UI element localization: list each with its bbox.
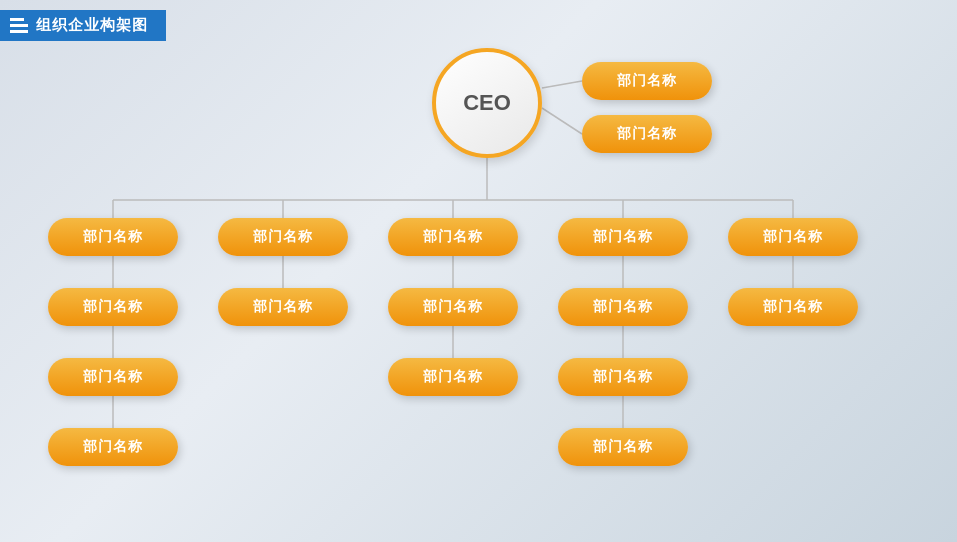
pill-r2-5-label: 部门名称 bbox=[763, 298, 823, 316]
pill-r2-3[interactable]: 部门名称 bbox=[388, 288, 518, 326]
pill-r3-1[interactable]: 部门名称 bbox=[48, 358, 178, 396]
pill-r1-5-label: 部门名称 bbox=[763, 228, 823, 246]
pill-r2-1[interactable]: 部门名称 bbox=[48, 288, 178, 326]
pill-r2-2[interactable]: 部门名称 bbox=[218, 288, 348, 326]
ceo-node: CEO bbox=[432, 48, 542, 158]
pill-r1-3[interactable]: 部门名称 bbox=[388, 218, 518, 256]
pill-r3-3-label: 部门名称 bbox=[423, 368, 483, 386]
pill-right-top-label: 部门名称 bbox=[617, 72, 677, 90]
pill-r1-2-label: 部门名称 bbox=[253, 228, 313, 246]
pill-r3-1-label: 部门名称 bbox=[83, 368, 143, 386]
pill-right-bottom[interactable]: 部门名称 bbox=[582, 115, 712, 153]
pill-r1-4[interactable]: 部门名称 bbox=[558, 218, 688, 256]
pill-r3-4[interactable]: 部门名称 bbox=[558, 358, 688, 396]
pill-r1-1[interactable]: 部门名称 bbox=[48, 218, 178, 256]
ceo-label: CEO bbox=[463, 90, 511, 116]
pill-r1-3-label: 部门名称 bbox=[423, 228, 483, 246]
pill-r3-4-label: 部门名称 bbox=[593, 368, 653, 386]
pill-r4-4[interactable]: 部门名称 bbox=[558, 428, 688, 466]
pill-r4-1-label: 部门名称 bbox=[83, 438, 143, 456]
pill-r2-2-label: 部门名称 bbox=[253, 298, 313, 316]
pill-r2-5[interactable]: 部门名称 bbox=[728, 288, 858, 326]
svg-line-0 bbox=[542, 81, 582, 88]
pill-r3-3[interactable]: 部门名称 bbox=[388, 358, 518, 396]
pill-r4-1[interactable]: 部门名称 bbox=[48, 428, 178, 466]
svg-line-1 bbox=[542, 108, 582, 134]
pill-r1-5[interactable]: 部门名称 bbox=[728, 218, 858, 256]
pill-r1-4-label: 部门名称 bbox=[593, 228, 653, 246]
pill-r2-3-label: 部门名称 bbox=[423, 298, 483, 316]
pill-r1-1-label: 部门名称 bbox=[83, 228, 143, 246]
pill-r2-1-label: 部门名称 bbox=[83, 298, 143, 316]
pill-r2-4[interactable]: 部门名称 bbox=[558, 288, 688, 326]
pill-right-top[interactable]: 部门名称 bbox=[582, 62, 712, 100]
pill-right-bottom-label: 部门名称 bbox=[617, 125, 677, 143]
pill-r2-4-label: 部门名称 bbox=[593, 298, 653, 316]
pill-r4-4-label: 部门名称 bbox=[593, 438, 653, 456]
pill-r1-2[interactable]: 部门名称 bbox=[218, 218, 348, 256]
